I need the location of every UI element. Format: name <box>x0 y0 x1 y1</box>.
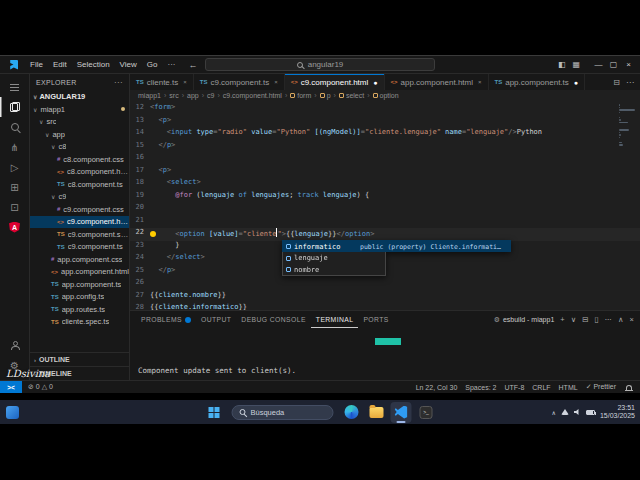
split-editor-icon[interactable]: ⊟ <box>613 78 620 87</box>
tab-app.component.html[interactable]: <>app.component.html× <box>385 74 489 90</box>
close-icon[interactable]: × <box>183 79 187 85</box>
tree-item-c8.component.css[interactable]: #c8.component.css <box>30 153 129 166</box>
breadcrumb-item-c9[interactable]: c9 <box>207 92 214 99</box>
widgets-icon[interactable] <box>6 406 19 419</box>
tree-item-c8.component.ts[interactable]: TSc8.component.ts <box>30 178 129 191</box>
terminal-process-item[interactable]: ⚙ esbuild - miapp1 <box>494 316 555 324</box>
code-line[interactable]: 26 <box>130 278 640 291</box>
taskbar-app-edge[interactable] <box>341 402 362 423</box>
source-control-icon[interactable]: ⋔ <box>0 137 30 157</box>
status-ln[interactable]: Ln 22, Col 30 <box>416 384 458 391</box>
tree-item-c8[interactable]: ∨c8 <box>30 141 129 154</box>
breadcrumb-item-select[interactable]: select <box>339 92 364 99</box>
plus-icon[interactable]: + <box>560 315 564 324</box>
explorer-more-icon[interactable]: ··· <box>114 78 123 87</box>
maximize-button[interactable]: ▢ <box>606 60 621 69</box>
tray-clock[interactable]: 23:51 15/03/2025 <box>600 404 635 421</box>
code-line[interactable]: 17 <p> <box>130 166 640 179</box>
tree-item-c9.component.ts[interactable]: TSc9.component.ts <box>30 241 129 254</box>
tab-c9.component.html[interactable]: <>c9.component.html● <box>285 74 385 90</box>
tree-item-app.routes.ts[interactable]: TSapp.routes.ts <box>30 303 129 316</box>
breadcrumb-item-p[interactable]: p <box>320 92 331 99</box>
tree-item-c9[interactable]: ∨c9 <box>30 191 129 204</box>
chevron-up-icon[interactable]: ∧ <box>618 315 624 324</box>
battery-icon[interactable] <box>586 410 595 415</box>
menu-selection[interactable]: Selection <box>72 60 115 69</box>
panel-tab-ports[interactable]: PORTS <box>358 311 393 328</box>
code-line[interactable]: 16 <box>130 153 640 166</box>
tree-item-app.component.css[interactable]: #app.component.css <box>30 253 129 266</box>
tree-item-app[interactable]: ∨app <box>30 128 129 141</box>
suggest-item-nombre[interactable]: nombre <box>282 264 386 276</box>
run-debug-icon[interactable]: ▷ <box>0 157 30 177</box>
account-icon[interactable] <box>0 335 30 355</box>
code-line[interactable]: 18 <select> <box>130 178 640 191</box>
tree-item-c8.component.html[interactable]: <>c8.component.html <box>30 166 129 179</box>
layout-customize-icon[interactable]: ▦ <box>572 60 580 69</box>
close-icon[interactable]: × <box>630 315 634 324</box>
status-✓[interactable]: ✓ Prettier <box>586 383 616 391</box>
breadcrumb-item-app[interactable]: app <box>187 92 199 99</box>
angular-icon[interactable]: A <box>0 217 30 237</box>
code-line[interactable]: 12<form> <box>130 103 640 116</box>
tab-app.component.ts[interactable]: TSapp.component.ts● <box>489 74 586 90</box>
code-line[interactable]: 27{{cliente.nombre}} <box>130 291 640 304</box>
remote-explorer-icon[interactable]: ⊡ <box>0 197 30 217</box>
code-line[interactable]: 20 <box>130 203 640 216</box>
breadcrumb-item-src[interactable]: src <box>169 92 178 99</box>
wifi-icon[interactable] <box>561 409 569 415</box>
start-button[interactable] <box>204 402 225 423</box>
code-line[interactable]: 14 <input type="radio" value="Python" [(… <box>130 128 640 141</box>
breadcrumb-item-option[interactable]: option <box>373 92 399 99</box>
taskbar-app-vscode[interactable] <box>391 402 412 423</box>
layout-sidebar-icon[interactable]: ◧ <box>558 60 566 69</box>
tree-item-src[interactable]: ∨src <box>30 116 129 129</box>
status-crlf[interactable]: CRLF <box>532 384 550 391</box>
tree-item-miapp1[interactable]: ∨miapp1 <box>30 103 129 116</box>
breadcrumb-item-form[interactable]: form <box>290 92 311 99</box>
panel-tab-debug-console[interactable]: DEBUG CONSOLE <box>236 311 311 328</box>
volume-icon[interactable] <box>574 409 581 415</box>
minimize-button[interactable]: — <box>591 60 606 69</box>
tab-cliente.ts[interactable]: TScliente.ts× <box>130 74 194 90</box>
command-center[interactable]: angular19 <box>205 58 435 71</box>
code-line[interactable]: 19 @for (lenguaje of lenguajes; track le… <box>130 191 640 204</box>
menu-overflow[interactable]: ··· <box>162 60 180 69</box>
suggest-item-informatico[interactable]: informaticopublic (property) Cliente.inf… <box>282 240 511 252</box>
menu-go[interactable]: Go <box>142 60 163 69</box>
tree-item-cliente.spec.ts[interactable]: TScliente.spec.ts <box>30 316 129 329</box>
menu-file[interactable]: File <box>25 60 48 69</box>
breadcrumb-item-miapp1[interactable]: miapp1 <box>138 92 161 99</box>
explorer-section-angular19[interactable]: ∨ ANGULAR19 <box>30 90 129 103</box>
minimap[interactable] <box>619 104 637 146</box>
lightbulb-icon[interactable] <box>150 231 156 237</box>
panel-tab-problems[interactable]: PROBLEMS <box>136 311 196 328</box>
notifications-bell-icon[interactable] <box>626 385 632 390</box>
status-utf-8[interactable]: UTF-8 <box>504 384 524 391</box>
menu-view[interactable]: View <box>115 60 142 69</box>
explorer-section-outline[interactable]: ›OUTLINE <box>30 352 129 366</box>
trash-icon[interactable]: ▯ <box>594 315 598 324</box>
panel-tab-output[interactable]: OUTPUT <box>196 311 236 328</box>
tree-item-app.config.ts[interactable]: TSapp.config.ts <box>30 291 129 304</box>
status-html[interactable]: HTML <box>559 384 578 391</box>
close-icon[interactable]: × <box>478 79 482 85</box>
more-icon[interactable]: ⋯ <box>605 315 613 324</box>
suggest-item-lenguaje[interactable]: lenguaje <box>282 252 386 264</box>
taskbar-app-terminal[interactable]: >_ <box>416 402 437 423</box>
extensions-icon[interactable]: ⊞ <box>0 177 30 197</box>
status-spaces[interactable]: Spaces: 2 <box>465 384 496 391</box>
taskbar-search[interactable]: Búsqueda <box>232 405 334 420</box>
more-icon[interactable]: ⋯ <box>626 78 634 87</box>
breadcrumb-item-c9.component.html[interactable]: c9.component.html <box>223 92 282 99</box>
taskbar-app-file-explorer[interactable] <box>366 402 387 423</box>
code-line[interactable]: 28{{cliente.informatico}} <box>130 303 640 310</box>
explorer-icon[interactable] <box>0 97 30 117</box>
tree-item-app.component.ts[interactable]: TSapp.component.ts <box>30 278 129 291</box>
code-line[interactable]: 22 <option [value]="cliente">{{lenguaje}… <box>130 228 640 241</box>
terminal[interactable]: Component update sent to client(s). <box>130 328 640 380</box>
nav-back-icon[interactable]: ← <box>188 60 197 70</box>
modified-dot[interactable]: ● <box>373 79 377 86</box>
tree-item-c9.component.css[interactable]: #c9.component.css <box>30 203 129 216</box>
code-editor[interactable]: 12<form>13 <p>14 <input type="radio" val… <box>130 101 640 310</box>
